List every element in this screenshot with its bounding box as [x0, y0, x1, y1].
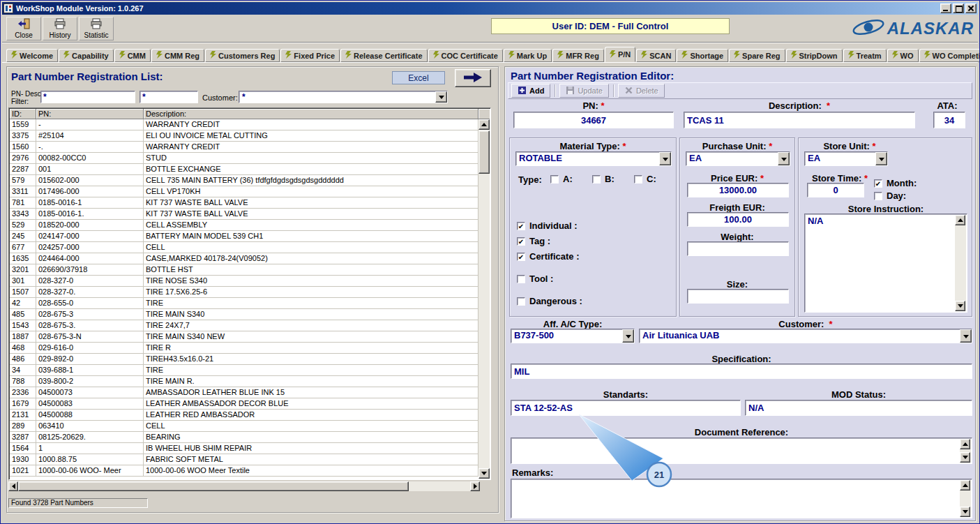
tab-cmm[interactable]: CMM [114, 49, 151, 62]
tab-customers-reg[interactable]: Customers Reg [205, 49, 280, 62]
tab-shortage[interactable]: Shortage [677, 49, 728, 62]
table-row[interactable]: 2287001BOTTLE EXCHANGE [10, 164, 478, 175]
table-row[interactable]: 468029-616-0TIRE R [10, 343, 478, 354]
table-row[interactable]: 42028-655-0TIRE [10, 298, 478, 309]
tab-wo[interactable]: WO [887, 49, 919, 62]
price-input[interactable] [687, 183, 789, 197]
table-row[interactable]: 7810185-0016-1KIT 737 WASTE BALL VALVE [10, 197, 478, 209]
checkbox-box[interactable] [550, 175, 559, 184]
checkbox-box[interactable] [634, 175, 642, 184]
table-row[interactable]: 289063410CELL [10, 421, 478, 432]
day-checkbox[interactable]: Day: [874, 190, 906, 201]
checkbox-box[interactable] [874, 192, 882, 200]
table-row[interactable]: 486029-892-0TIREH43.5x16.0-21 [10, 354, 478, 365]
checkbox-box[interactable] [517, 237, 525, 246]
scroll-down-button[interactable] [478, 468, 490, 479]
tab-treatm[interactable]: Treatm [843, 49, 887, 62]
column-header-id[interactable]: ID: [10, 109, 36, 119]
scrollbar-thumb[interactable] [478, 130, 490, 174]
maximize-button[interactable] [953, 3, 964, 13]
table-row[interactable]: 579015602-000CELL 735 MAIN BATTERY (36) … [10, 175, 478, 186]
scroll-down-button[interactable] [955, 301, 965, 311]
table-row[interactable]: 1507028-327-0.TIRE 17.5X6.25-6 [10, 287, 478, 298]
scroll-down-button[interactable] [960, 452, 970, 463]
store-unit-select[interactable]: EA [804, 151, 888, 166]
table-row[interactable]: 301028-327-0TIRE NOSE S340 [10, 276, 478, 287]
close-window-button[interactable] [965, 3, 977, 13]
customer-select[interactable]: Air Lituanica UAB [639, 329, 972, 343]
aff-ac-type-select[interactable]: B737-500 [511, 329, 635, 343]
tab-coc-certificate[interactable]: COC Certificate [428, 49, 503, 62]
dropdown-arrow-icon[interactable] [960, 329, 972, 343]
table-row[interactable]: 167904500083LEATHER AMBASSADOR DECOR BLU… [10, 398, 478, 410]
vertical-scrollbar[interactable] [960, 480, 971, 517]
table-row[interactable]: 1559-WARRANTY CREDIT [10, 119, 478, 130]
delete-button[interactable]: Delete [618, 84, 665, 98]
table-row[interactable]: 788039-800-2TIRE MAIN R. [10, 376, 478, 387]
go-filter-button[interactable] [455, 69, 491, 87]
scroll-up-button[interactable] [955, 215, 965, 225]
type-c-checkbox[interactable]: C: [634, 174, 656, 184]
table-row[interactable]: 19301000.88.75FABRIC SOFT METAL [10, 454, 478, 465]
table-row[interactable]: 3311017496-000CELL VP170KH [10, 186, 478, 197]
minimize-button[interactable] [940, 3, 951, 13]
column-header-description[interactable]: Description: [144, 109, 478, 119]
scroll-up-button[interactable] [960, 480, 970, 491]
checkbox-box[interactable] [592, 175, 601, 184]
dropdown-arrow-icon[interactable] [622, 329, 634, 343]
pn-filter-input[interactable] [40, 91, 135, 103]
dangerous-checkbox[interactable]: Dangerous : [517, 296, 582, 306]
tab-mfr-reg[interactable]: MFR Reg [552, 49, 604, 62]
store-time-input[interactable] [807, 183, 864, 197]
table-row[interactable]: 1887028-675-3-NTIRE MAIN S340 NEW [10, 331, 478, 343]
vertical-scrollbar[interactable] [955, 215, 966, 311]
checkbox-box[interactable] [517, 222, 525, 230]
table-row[interactable]: 3201026690/37918BOTTLE HST [10, 264, 478, 276]
tag-checkbox[interactable]: Tag : [517, 236, 550, 246]
column-header-pn[interactable]: PN: [36, 109, 144, 119]
customer-filter-select[interactable]: * [239, 91, 448, 103]
remarks-textarea[interactable] [511, 479, 972, 518]
specification-input[interactable] [511, 364, 972, 379]
tab-p-n[interactable]: P/N [605, 47, 635, 62]
tab-scan[interactable]: SCAN [636, 49, 676, 62]
checkbox-box[interactable] [874, 179, 882, 188]
scroll-left-button[interactable] [8, 481, 18, 491]
tab-fixed-price[interactable]: Fixed Price [280, 49, 340, 62]
standarts-input[interactable] [511, 400, 741, 416]
table-row[interactable]: 10211000-00-06 WOO- Meer1000-00-06 WOO M… [10, 465, 478, 477]
tab-capability[interactable]: Capability [59, 49, 114, 62]
mod-status-input[interactable] [745, 400, 972, 416]
store-instruction-textarea[interactable]: N/A [804, 214, 967, 313]
certificate-checkbox[interactable]: Certificate : [517, 251, 580, 262]
table-row[interactable]: 485028-675-3TIRE MAIN S340 [10, 309, 478, 320]
vertical-scrollbar[interactable] [478, 119, 490, 479]
individual-checkbox[interactable]: Individual : [517, 220, 578, 231]
size-input[interactable] [687, 289, 789, 304]
table-row[interactable]: 1560-.WARRANTY CREDIT [10, 142, 478, 153]
tab-cmm-reg[interactable]: CMM Reg [151, 49, 204, 62]
material-type-select[interactable]: ROTABLE [515, 151, 672, 166]
statistic-button[interactable]: Statistic [79, 17, 114, 40]
pn-input[interactable] [513, 112, 674, 128]
type-a-checkbox[interactable]: A: [550, 174, 573, 184]
table-row[interactable]: 3375#25104ELI OU INVOICE METAL CUTTING [10, 130, 478, 142]
checkbox-box[interactable] [517, 275, 525, 283]
tab-mark-up[interactable]: Mark Up [504, 49, 552, 62]
dropdown-arrow-icon[interactable] [659, 152, 671, 165]
scroll-down-button[interactable] [960, 507, 970, 517]
month-checkbox[interactable]: Month: [874, 178, 917, 188]
scroll-up-button[interactable] [960, 439, 970, 449]
checkbox-box[interactable] [517, 297, 525, 306]
table-row[interactable]: 529018520-000CELL ASSEMBLY [10, 220, 478, 231]
vertical-scrollbar[interactable] [960, 439, 971, 463]
table-row[interactable]: 213104500088LEATHER RED AMBASSADOR [10, 410, 478, 421]
horizontal-scrollbar[interactable] [8, 481, 480, 491]
table-row[interactable]: 33430185-0016-1.KIT 737 WASTE BALL VALVE [10, 209, 478, 220]
tool-checkbox[interactable]: Tool : [517, 274, 553, 284]
excel-export-button[interactable]: Excel [392, 71, 445, 84]
table-row[interactable]: 34039-688-1TIRE [10, 365, 478, 376]
weight-input[interactable] [687, 241, 789, 256]
tab-release-certificate[interactable]: Release Certificate [340, 49, 427, 62]
document-reference-textarea[interactable] [511, 437, 972, 464]
